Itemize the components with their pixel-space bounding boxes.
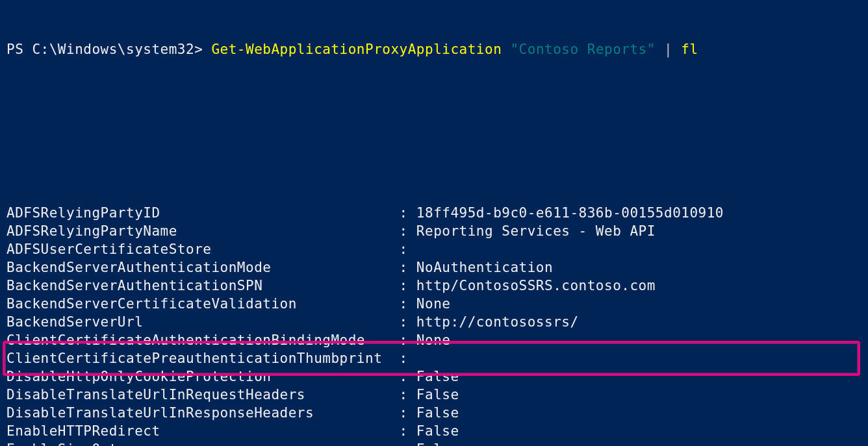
property-row: ADFSUserCertificateStore : [6, 240, 862, 258]
property-row: DisableHttpOnlyCookieProtection : False [6, 367, 862, 386]
property-row: DisableTranslateUrlInRequestHeaders : Fa… [6, 386, 862, 404]
property-row: BackendServerAuthenticationSPN : http/Co… [6, 277, 862, 295]
property-row: ClientCertificatePreauthenticationThumbp… [6, 349, 862, 367]
property-row: BackendServerCertificateValidation : Non… [6, 295, 862, 313]
property-row: BackendServerAuthenticationMode : NoAuth… [6, 258, 862, 277]
prompt-line: PS C:\Windows\system32> Get-WebApplicati… [6, 40, 862, 58]
property-row: DisableTranslateUrlInResponseHeaders : F… [6, 404, 862, 422]
property-list: ADFSRelyingPartyID : 18ff495d-b9c0-e611-… [6, 204, 862, 446]
property-row: ClientCertificateAuthenticationBindingMo… [6, 331, 862, 349]
property-row: ADFSRelyingPartyName : Reporting Service… [6, 222, 862, 240]
terminal-output: PS C:\Windows\system32> Get-WebApplicati… [0, 0, 868, 446]
pipe: | [664, 42, 681, 57]
cmdlet: Get-WebApplicationProxyApplication [211, 42, 510, 57]
prompt-prefix: PS C:\Windows\system32> [6, 42, 211, 57]
cmd-arg: "Contoso Reports" [510, 42, 664, 57]
property-row: BackendServerUrl : http://contosossrs/ [6, 313, 862, 331]
property-row: ADFSRelyingPartyID : 18ff495d-b9c0-e611-… [6, 204, 862, 222]
property-row: EnableSignOut : False [6, 440, 862, 446]
pipe-cmd: fl [681, 42, 698, 57]
property-row: EnableHTTPRedirect : False [6, 422, 862, 440]
